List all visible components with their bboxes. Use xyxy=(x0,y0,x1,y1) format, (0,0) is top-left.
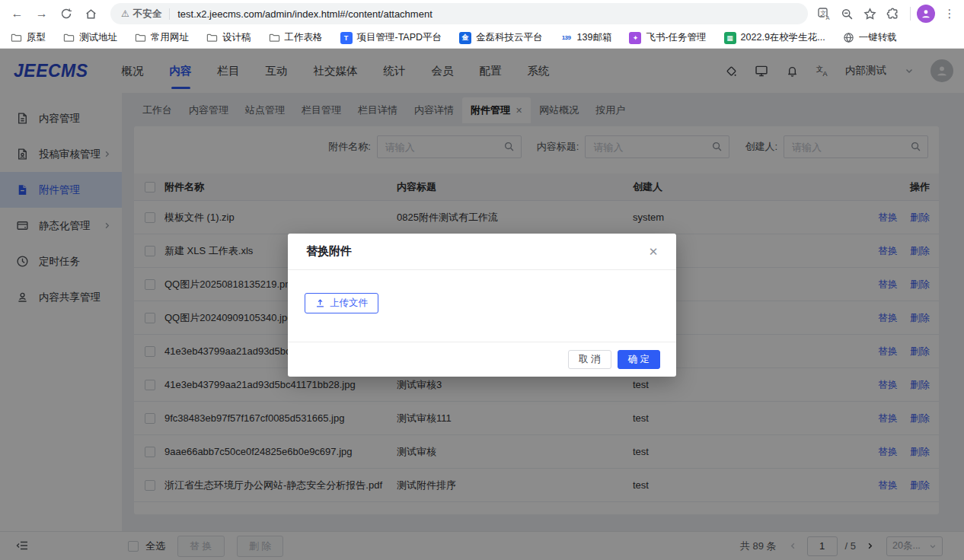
svg-text:A: A xyxy=(825,14,829,21)
toolbar-divider xyxy=(910,7,911,21)
replace-attachment-dialog: 替换附件 ✕ 上传文件 取 消 确 定 xyxy=(288,234,676,377)
bookmark-folder[interactable]: 常用网址 xyxy=(135,31,189,44)
cancel-button[interactable]: 取 消 xyxy=(568,350,611,369)
site-favicon: T xyxy=(340,32,353,44)
bookmark-folder[interactable]: 工作表格 xyxy=(269,31,323,44)
site-favicon: 139 xyxy=(560,32,573,44)
folder-icon xyxy=(63,32,75,43)
globe-icon xyxy=(843,32,854,43)
zoom-out-icon[interactable] xyxy=(838,5,855,22)
home-icon[interactable] xyxy=(83,5,99,22)
folder-icon xyxy=(11,32,22,43)
url-text[interactable]: test.x2.jeecms.com/admin/index.html#/con… xyxy=(177,8,433,20)
browser-toolbar: ← → ⚠ 不安全 test.x2.jeecms.com/admin/index… xyxy=(0,0,964,27)
reload-icon[interactable] xyxy=(58,5,74,22)
folder-icon xyxy=(269,32,280,43)
bookmark-site[interactable]: 金 金磊科技云平台 xyxy=(459,31,543,44)
confirm-button[interactable]: 确 定 xyxy=(618,350,660,369)
dialog-body: 上传文件 xyxy=(288,270,676,342)
browser-chrome: ← → ⚠ 不安全 test.x2.jeecms.com/admin/index… xyxy=(0,0,964,49)
bookmark-folder[interactable]: 测试地址 xyxy=(63,31,117,44)
site-favicon: ▦ xyxy=(724,32,736,44)
folder-icon xyxy=(206,32,218,43)
forward-icon[interactable]: → xyxy=(34,5,49,22)
browser-actions: 文A ⋮ xyxy=(816,5,964,23)
folder-icon xyxy=(135,32,146,43)
bookmark-site[interactable]: ✦ 飞书-任务管理 xyxy=(629,31,706,44)
browser-profile-avatar[interactable] xyxy=(917,5,935,23)
back-icon[interactable]: ← xyxy=(9,5,25,22)
site-favicon: 金 xyxy=(459,32,471,44)
security-warning-icon: ⚠ xyxy=(121,8,129,19)
upload-file-button[interactable]: 上传文件 xyxy=(305,293,378,313)
browser-menu-icon[interactable]: ⋮ xyxy=(941,5,958,22)
bookmark-site[interactable]: 139 139邮箱 xyxy=(560,31,612,44)
site-favicon: ✦ xyxy=(629,32,641,44)
security-label[interactable]: 不安全 xyxy=(133,8,162,21)
dialog-footer: 取 消 确 定 xyxy=(288,342,676,376)
dialog-header: 替换附件 ✕ xyxy=(288,234,676,270)
url-divider xyxy=(169,8,170,20)
bookmark-site[interactable]: 一键转载 xyxy=(843,31,897,44)
url-bar[interactable]: ⚠ 不安全 test.x2.jeecms.com/admin/index.htm… xyxy=(110,3,808,24)
bookmark-site[interactable]: ▦ 2022.9在校学生花... xyxy=(724,31,825,44)
bookmark-star-icon[interactable] xyxy=(861,5,878,22)
extensions-icon[interactable] xyxy=(884,5,901,22)
bookmark-folder[interactable]: 设计稿 xyxy=(206,31,251,44)
screen: ← → ⚠ 不安全 test.x2.jeecms.com/admin/index… xyxy=(0,0,964,560)
dialog-title: 替换附件 xyxy=(306,244,352,259)
bookmark-site[interactable]: T 项目管理-TAPD平台 xyxy=(340,31,442,44)
translate-page-icon[interactable]: 文A xyxy=(816,5,832,22)
close-icon[interactable]: ✕ xyxy=(646,244,661,259)
bookmarks-bar: 原型 测试地址 常用网址 设计稿 工作表格 T 项目管理-TAPD平台 xyxy=(0,27,964,48)
upload-icon xyxy=(315,298,325,308)
bookmark-folder[interactable]: 原型 xyxy=(11,31,46,44)
